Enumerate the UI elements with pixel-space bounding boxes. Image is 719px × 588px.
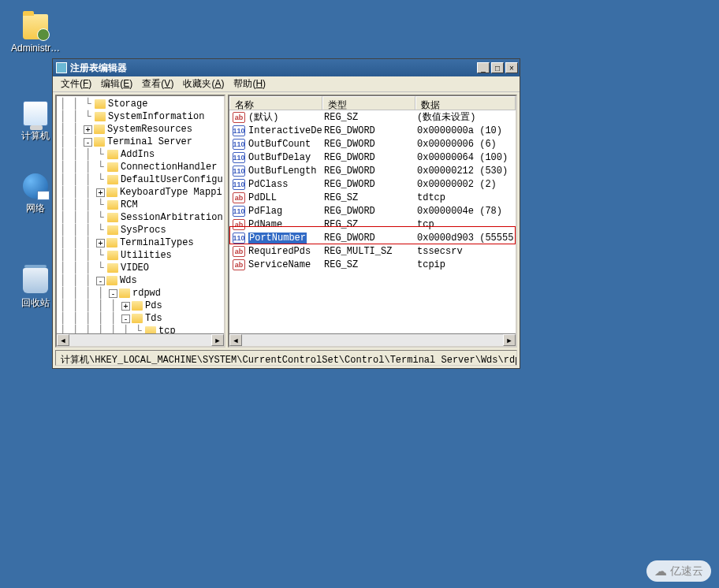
collapse-icon[interactable]: - (84, 138, 92, 147)
dword-value-icon: 110 (233, 206, 245, 217)
tree-item[interactable]: ││+SystemResources (57, 123, 224, 136)
tree-label: VIDEO (121, 262, 149, 274)
dword-value-icon: 110 (233, 179, 245, 190)
tree-item[interactable]: ││-Terminal Server (57, 136, 224, 148)
value-type: REG_DWORD (322, 125, 415, 136)
folder-icon (132, 301, 143, 311)
scroll-track[interactable] (242, 334, 503, 346)
registry-editor-window: 注册表编辑器 _ □ × 文件(F) 编辑(E) 查看(V) 收藏夹(A) 帮助… (52, 58, 520, 369)
tree-item[interactable]: │││└DefaultUserConfigu (57, 173, 224, 186)
maximize-button[interactable]: □ (491, 62, 504, 73)
value-type: REG_DWORD (322, 152, 415, 163)
value-name: OutBufCount (247, 139, 322, 150)
expand-icon[interactable]: + (96, 239, 105, 247)
column-name[interactable]: 名称 (229, 96, 322, 110)
registry-value-row[interactable]: ab(默认)REG_SZ(数值未设置) (229, 110, 516, 124)
collapse-icon[interactable]: - (109, 289, 117, 298)
tree-item[interactable]: │││+KeyboardType Mappi (57, 186, 224, 199)
registry-value-row[interactable]: 110OutBufDelayREG_DWORD0x00000064 (100) (229, 151, 516, 164)
registry-value-row[interactable]: 110PdFlagREG_DWORD0x0000004e (78) (229, 204, 516, 218)
titlebar[interactable]: 注册表编辑器 _ □ × (53, 59, 520, 76)
value-name: PdDLL (247, 192, 322, 203)
collapse-icon[interactable]: - (96, 277, 105, 285)
tree-item[interactable]: │││││-Tds (57, 312, 224, 325)
minimize-button[interactable]: _ (477, 62, 490, 73)
tree-item[interactable]: │││└Utilities (57, 249, 224, 262)
menu-file[interactable]: 文件(F) (56, 76, 96, 92)
expand-icon[interactable]: + (84, 125, 92, 134)
tree-item[interactable]: │││└SysProcs (57, 224, 224, 236)
list-hscroll[interactable]: ◄ ► (229, 333, 516, 346)
tree-item[interactable]: │││││+Pds (57, 300, 224, 312)
value-data: tcpip (415, 259, 516, 270)
tree-label: RCM (121, 199, 138, 210)
value-type: REG_DWORD (322, 233, 415, 244)
registry-value-row[interactable]: abPdNameREG_SZtcp (229, 218, 516, 231)
registry-value-row[interactable]: abServiceNameREG_SZtcpip (229, 258, 516, 271)
expand-icon[interactable]: + (96, 188, 105, 197)
list-pane[interactable]: 名称 类型 数据 ab(默认)REG_SZ(数值未设置)110Interacti… (228, 95, 517, 348)
string-value-icon: ab (233, 192, 245, 203)
registry-value-row[interactable]: abPdDLLREG_SZtdtcp (229, 191, 516, 204)
folder-icon (132, 314, 143, 323)
menu-favorites[interactable]: 收藏夹(A) (178, 76, 229, 92)
column-data[interactable]: 数据 (415, 96, 516, 110)
folder-icon (107, 251, 118, 260)
desktop-icon-administrator[interactable]: Administr… (8, 14, 63, 54)
tree-item[interactable]: │││└RCM (57, 199, 224, 211)
folder-icon (107, 175, 118, 184)
value-type: REG_SZ (322, 112, 415, 123)
tree-hscroll[interactable]: ◄ ► (57, 333, 224, 346)
network-icon (23, 173, 48, 199)
collapse-icon[interactable]: - (121, 314, 130, 323)
close-button[interactable]: × (505, 62, 518, 73)
value-data: 0x0000d903 (55555) (415, 233, 516, 244)
column-type[interactable]: 类型 (322, 96, 415, 110)
value-data: 0x00000002 (2) (415, 179, 516, 190)
tree-pane[interactable]: ││└Storage││└SystemInformation││+SystemR… (55, 95, 225, 348)
registry-value-row[interactable]: abRequiredPdsREG_MULTI_SZtssecsrv (229, 244, 516, 258)
scroll-right-button[interactable]: ► (211, 334, 224, 346)
menu-edit[interactable]: 编辑(E) (96, 76, 137, 92)
registry-value-row[interactable]: 110OutBufCountREG_DWORD0x00000006 (6) (229, 137, 516, 151)
value-name: (默认) (247, 110, 322, 124)
folder-icon (106, 188, 117, 197)
menu-view[interactable]: 查看(V) (137, 76, 178, 92)
expand-icon[interactable]: + (121, 302, 130, 311)
registry-value-row[interactable]: 110OutBufLengthREG_DWORD0x00000212 (530) (229, 164, 516, 177)
tree-item[interactable]: ││││-rdpwd (57, 287, 224, 300)
menu-help[interactable]: 帮助(H) (229, 76, 270, 92)
scroll-left-button[interactable]: ◄ (229, 334, 242, 346)
tree-item[interactable]: │││└ConnectionHandler (57, 161, 224, 173)
tree-label: KeyboardType Mappi (120, 187, 222, 198)
value-type: REG_MULTI_SZ (322, 246, 415, 257)
folder-icon (95, 99, 106, 109)
tree-item[interactable]: │││└AddIns (57, 148, 224, 161)
value-name: PortNumber (247, 233, 322, 244)
tree-item[interactable]: │││+TerminalTypes (57, 236, 224, 249)
tree-item[interactable]: ││└SystemInformation (57, 110, 224, 123)
value-data: tssecsrv (415, 246, 516, 257)
dword-value-icon: 110 (233, 139, 245, 150)
registry-value-row[interactable]: 110PdClassREG_DWORD0x00000002 (2) (229, 177, 516, 191)
registry-value-row[interactable]: 110InteractiveDelayREG_DWORD0x0000000a (… (229, 124, 516, 137)
value-type: REG_SZ (322, 219, 415, 230)
registry-value-row[interactable]: 110PortNumberREG_DWORD0x0000d903 (55555) (229, 231, 516, 244)
scroll-left-button[interactable]: ◄ (57, 334, 69, 346)
value-name: PdClass (247, 179, 322, 190)
tree-label: Terminal Server (107, 136, 192, 147)
tree-label: ConnectionHandler (121, 162, 217, 173)
dword-value-icon: 110 (233, 233, 245, 244)
scroll-right-button[interactable]: ► (503, 334, 516, 346)
value-name: PdName (247, 219, 322, 230)
tree-item[interactable]: ││└Storage (57, 98, 224, 110)
string-value-icon: ab (233, 246, 245, 257)
tree-item[interactable]: │││└SessionArbitration (57, 211, 224, 224)
tree-item[interactable]: │││└VIDEO (57, 262, 224, 274)
scroll-track[interactable] (69, 334, 211, 346)
dword-value-icon: 110 (233, 166, 245, 177)
tree-label: Storage (108, 99, 147, 110)
folder-icon (23, 14, 48, 39)
tree-item[interactable]: ││││││└tcp (57, 325, 224, 333)
tree-item[interactable]: │││-Wds (57, 274, 224, 287)
